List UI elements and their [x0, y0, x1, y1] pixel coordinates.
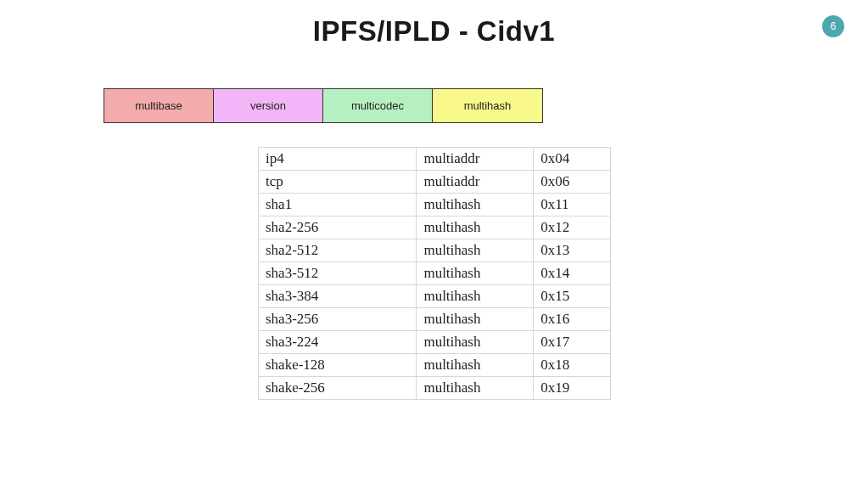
codec-category: multiaddr: [417, 148, 534, 171]
table-row: shake-128multihash0x18: [259, 354, 611, 377]
table-row: sha3-384multihash0x15: [259, 285, 611, 308]
codec-category: multihash: [417, 262, 534, 285]
table-row: sha3-224multihash0x17: [259, 331, 611, 354]
codec-code: 0x18: [534, 354, 611, 377]
table-row: sha3-512multihash0x14: [259, 262, 611, 285]
codec-category: multihash: [417, 354, 534, 377]
codec-name: shake-128: [259, 354, 417, 377]
slide-number-badge: 6: [822, 15, 844, 37]
codec-name: sha3-512: [259, 262, 417, 285]
codec-category: multihash: [417, 239, 534, 262]
page-title: IPFS/IPLD - Cidv1: [0, 15, 868, 48]
codec-category: multihash: [417, 285, 534, 308]
table-row: ip4multiaddr0x04: [259, 148, 611, 171]
codec-name: sha1: [259, 194, 417, 216]
codec-name: sha3-256: [259, 308, 417, 331]
codec-code: 0x15: [534, 285, 611, 308]
codec-code: 0x19: [534, 377, 611, 400]
codec-name: ip4: [259, 148, 417, 171]
codec-category: multihash: [417, 308, 534, 331]
structure-cell-version: version: [214, 89, 323, 122]
structure-cell-multibase: multibase: [104, 89, 214, 122]
table-row: sha1multihash0x11: [259, 194, 611, 216]
codec-name: shake-256: [259, 377, 417, 400]
table-row: shake-256multihash0x19: [259, 377, 611, 400]
codec-code: 0x11: [534, 194, 611, 216]
codec-category: multihash: [417, 216, 534, 239]
codec-code: 0x17: [534, 331, 611, 354]
table-row: tcpmultiaddr0x06: [259, 171, 611, 194]
codec-category: multihash: [417, 194, 534, 216]
codec-name: sha2-256: [259, 216, 417, 239]
codec-category: multihash: [417, 331, 534, 354]
codec-code: 0x06: [534, 171, 611, 194]
codec-name: sha2-512: [259, 239, 417, 262]
codec-name: sha3-384: [259, 285, 417, 308]
table-row: sha2-512multihash0x13: [259, 239, 611, 262]
codec-code: 0x12: [534, 216, 611, 239]
table-row: sha2-256multihash0x12: [259, 216, 611, 239]
codec-code: 0x04: [534, 148, 611, 171]
codec-category: multihash: [417, 377, 534, 400]
structure-cell-multicodec: multicodec: [323, 89, 433, 122]
codec-name: sha3-224: [259, 331, 417, 354]
cid-structure-row: multibase version multicodec multihash: [104, 88, 543, 123]
codec-code: 0x14: [534, 262, 611, 285]
codec-code: 0x16: [534, 308, 611, 331]
multicodec-table: ip4multiaddr0x04tcpmultiaddr0x06sha1mult…: [258, 147, 611, 400]
codec-code: 0x13: [534, 239, 611, 262]
table-row: sha3-256multihash0x16: [259, 308, 611, 331]
structure-cell-multihash: multihash: [433, 89, 542, 122]
codec-category: multiaddr: [417, 171, 534, 194]
codec-name: tcp: [259, 171, 417, 194]
